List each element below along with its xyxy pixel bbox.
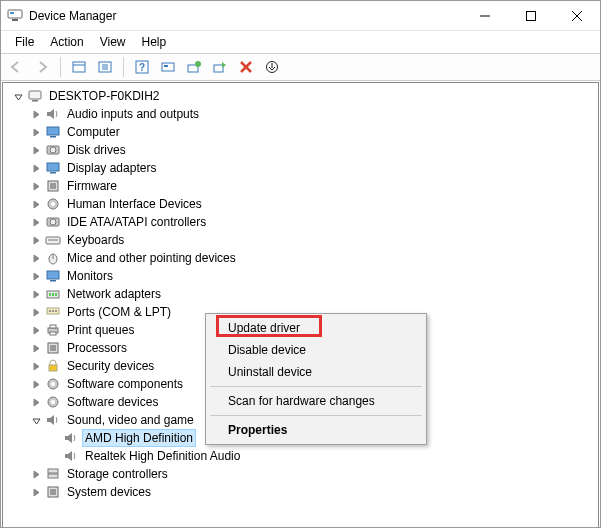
uninstall-device-button[interactable] <box>235 56 257 78</box>
category-label: Print queues <box>65 322 136 338</box>
svg-rect-42 <box>50 280 56 282</box>
category-network-adapters[interactable]: Network adapters <box>11 285 598 303</box>
expand-icon[interactable] <box>29 287 43 301</box>
category-label: Audio inputs and outputs <box>65 106 201 122</box>
close-button[interactable] <box>554 1 600 31</box>
svg-rect-41 <box>47 271 59 279</box>
window-title: Device Manager <box>29 9 462 23</box>
expand-icon[interactable] <box>29 359 43 373</box>
context-menu: Update driver Disable device Uninstall d… <box>205 313 427 445</box>
svg-point-58 <box>51 382 55 386</box>
properties-button[interactable] <box>94 56 116 78</box>
menu-action[interactable]: Action <box>42 33 91 51</box>
category-ide-ata-atapi-controllers[interactable]: IDE ATA/ATAPI controllers <box>11 213 598 231</box>
expand-icon[interactable] <box>29 485 43 499</box>
enable-device-button[interactable] <box>209 56 231 78</box>
category-disk-drives[interactable]: Disk drives <box>11 141 598 159</box>
ctx-uninstall-device[interactable]: Uninstall device <box>208 361 424 383</box>
tree-panel: DESKTOP-F0KDIH2 Audio inputs and outputs… <box>2 82 599 528</box>
expand-icon[interactable] <box>29 395 43 409</box>
expand-icon[interactable] <box>29 251 43 265</box>
expand-icon[interactable] <box>29 269 43 283</box>
menu-help[interactable]: Help <box>134 33 175 51</box>
ctx-update-driver[interactable]: Update driver <box>208 317 424 339</box>
disk-icon <box>45 214 61 230</box>
expand-icon[interactable] <box>29 233 43 247</box>
minimize-button[interactable] <box>462 1 508 31</box>
expand-icon[interactable] <box>29 107 43 121</box>
category-mice-and-other-pointing-devices[interactable]: Mice and other pointing devices <box>11 249 598 267</box>
category-firmware[interactable]: Firmware <box>11 177 598 195</box>
category-storage-controllers[interactable]: Storage controllers <box>11 465 598 483</box>
speaker-icon <box>63 448 79 464</box>
disable-device-button[interactable] <box>261 56 283 78</box>
expand-icon[interactable] <box>29 467 43 481</box>
expand-icon[interactable] <box>29 179 43 193</box>
svg-rect-2 <box>12 19 18 21</box>
svg-point-50 <box>55 310 57 312</box>
category-computer[interactable]: Computer <box>11 123 598 141</box>
svg-rect-46 <box>55 293 57 296</box>
category-label: Mice and other pointing devices <box>65 250 238 266</box>
show-hide-console-button[interactable] <box>68 56 90 78</box>
category-label: Software devices <box>65 394 160 410</box>
keyboard-icon <box>45 232 61 248</box>
svg-rect-56 <box>49 365 57 371</box>
monitor-icon <box>45 268 61 284</box>
network-icon <box>45 286 61 302</box>
category-monitors[interactable]: Monitors <box>11 267 598 285</box>
ctx-separator <box>210 386 422 387</box>
device-tree[interactable]: DESKTOP-F0KDIH2 Audio inputs and outputs… <box>3 83 598 527</box>
expand-icon[interactable] <box>29 197 43 211</box>
svg-point-36 <box>50 219 56 225</box>
expand-icon[interactable] <box>29 323 43 337</box>
expand-icon[interactable] <box>29 215 43 229</box>
menu-view[interactable]: View <box>92 33 134 51</box>
speaker-icon <box>63 430 79 446</box>
category-human-interface-devices[interactable]: Human Interface Devices <box>11 195 598 213</box>
category-keyboards[interactable]: Keyboards <box>11 231 598 249</box>
expand-icon[interactable] <box>29 161 43 175</box>
category-system-devices[interactable]: System devices <box>11 483 598 501</box>
category-label: IDE ATA/ATAPI controllers <box>65 214 208 230</box>
speaker-icon <box>45 106 61 122</box>
chip-icon <box>45 178 61 194</box>
svg-point-49 <box>52 310 54 312</box>
maximize-button[interactable] <box>508 1 554 31</box>
title-bar: Device Manager <box>1 1 600 31</box>
expand-icon[interactable] <box>29 377 43 391</box>
category-label: Keyboards <box>65 232 126 248</box>
expand-icon[interactable] <box>29 143 43 157</box>
expand-icon[interactable] <box>29 413 43 427</box>
tree-root-label: DESKTOP-F0KDIH2 <box>47 88 161 104</box>
back-button[interactable] <box>5 56 27 78</box>
forward-button[interactable] <box>31 56 53 78</box>
svg-rect-30 <box>50 172 56 174</box>
device-realtek-high-definition-audio[interactable]: Realtek High Definition Audio <box>11 447 598 465</box>
category-label: Sound, video and game <box>65 412 196 428</box>
expand-icon[interactable] <box>29 305 43 319</box>
svg-text:?: ? <box>139 62 145 73</box>
expand-icon[interactable] <box>29 341 43 355</box>
menu-file[interactable]: File <box>7 33 42 51</box>
category-label: Computer <box>65 124 122 140</box>
category-display-adapters[interactable]: Display adapters <box>11 159 598 177</box>
svg-rect-26 <box>50 136 56 138</box>
svg-rect-23 <box>29 91 41 99</box>
svg-rect-61 <box>48 469 58 473</box>
help-button[interactable]: ? <box>131 56 153 78</box>
tree-root[interactable]: DESKTOP-F0KDIH2 <box>11 87 598 105</box>
ctx-properties[interactable]: Properties <box>208 419 424 441</box>
update-driver-button[interactable] <box>183 56 205 78</box>
scan-hardware-button[interactable] <box>157 56 179 78</box>
expand-icon[interactable] <box>29 125 43 139</box>
ctx-disable-device[interactable]: Disable device <box>208 339 424 361</box>
collapse-icon[interactable] <box>11 89 25 103</box>
category-audio-inputs-and-outputs[interactable]: Audio inputs and outputs <box>11 105 598 123</box>
svg-rect-7 <box>73 62 85 72</box>
svg-rect-16 <box>164 65 168 67</box>
menu-bar: File Action View Help <box>1 31 600 53</box>
svg-rect-24 <box>32 100 38 102</box>
window-controls <box>462 1 600 30</box>
ctx-scan-hardware[interactable]: Scan for hardware changes <box>208 390 424 412</box>
